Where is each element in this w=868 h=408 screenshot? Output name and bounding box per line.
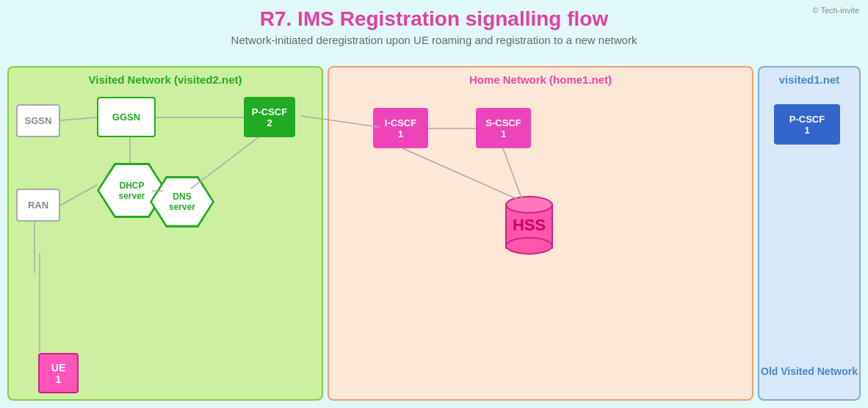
main-title: R7. IMS Registration signalling flow xyxy=(0,7,868,31)
dns-node: DNSserver xyxy=(150,176,214,227)
header: R7. IMS Registration signalling flow Net… xyxy=(0,0,868,46)
svg-line-8 xyxy=(503,148,522,200)
svg-line-9 xyxy=(402,148,518,200)
subtitle: Network-initiated deregistration upon UE… xyxy=(0,34,868,46)
home-network-label: Home Network (home1.net) xyxy=(335,73,746,86)
svg-line-1 xyxy=(60,185,97,205)
old-visited-subtitle: Old Visited Network xyxy=(759,365,859,377)
old-visited-network-panel: visited1.net P-CSCF1 Old Visited Network xyxy=(758,66,861,401)
visited-network-panel: Visited Network (visited2.net) SGSN RAN … xyxy=(7,66,323,401)
hss-node: HSS xyxy=(505,196,553,255)
ue1-node: UE1 xyxy=(38,353,79,393)
diagram-area: Visited Network (visited2.net) SGSN RAN … xyxy=(7,66,861,401)
old-visited-title: visited1.net xyxy=(779,73,840,86)
icscf-node: I-CSCF1 xyxy=(373,108,428,148)
visited-network-label: Visited Network (visited2.net) xyxy=(15,73,316,86)
svg-line-0 xyxy=(60,117,97,120)
ran-node: RAN xyxy=(16,189,60,222)
scscf-node: S-CSCF1 xyxy=(476,108,531,148)
page-container: © Tech-invite R7. IMS Registration signa… xyxy=(0,0,868,408)
pcscf1-node: P-CSCF1 xyxy=(774,104,840,145)
pcscf2-node: P-CSCF2 xyxy=(244,97,295,137)
sgsn-node: SGSN xyxy=(16,104,60,137)
ggsn-node: GGSN xyxy=(97,97,156,137)
copyright-text: © Tech-invite xyxy=(812,6,859,15)
home-network-panel: Home Network (home1.net) I-CSCF1 S-CSCF1… xyxy=(328,66,753,401)
